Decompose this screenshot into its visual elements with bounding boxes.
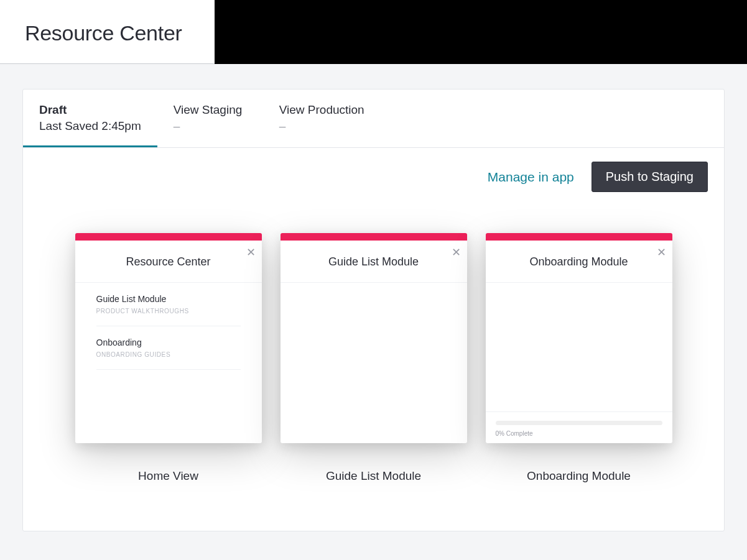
close-icon[interactable]: ✕ <box>246 247 256 258</box>
tab-staging[interactable]: View Staging – <box>157 90 263 147</box>
page-title: Resource Center <box>25 21 182 45</box>
card-column-guide-list: ✕ Guide List Module Guide List Module <box>281 233 467 483</box>
tab-title: Draft <box>39 103 141 117</box>
progress-label: 0% Complete <box>496 430 662 437</box>
manage-in-app-link[interactable]: Manage in app <box>488 170 574 185</box>
card-caption: Guide List Module <box>326 469 421 483</box>
module-item-subtitle: ONBOARDING GUIDES <box>96 351 241 358</box>
card-body <box>486 283 672 411</box>
card-caption: Home View <box>138 469 198 483</box>
card-guide-list[interactable]: ✕ Guide List Module <box>281 233 467 443</box>
progress-bar <box>496 421 662 425</box>
card-onboarding[interactable]: ✕ Onboarding Module 0% Complete <box>486 233 672 443</box>
main-panel: Draft Last Saved 2:45pm View Staging – V… <box>22 89 725 531</box>
module-item-title: Guide List Module <box>96 294 241 304</box>
tab-title: View Production <box>279 103 364 117</box>
module-item[interactable]: Onboarding ONBOARDING GUIDES <box>96 326 241 370</box>
card-column-onboarding: ✕ Onboarding Module 0% Complete Onboardi… <box>486 233 672 483</box>
tab-subtitle: – <box>279 119 364 133</box>
actions-bar: Manage in app Push to Staging <box>23 148 724 198</box>
card-body: Guide List Module PRODUCT WALKTHROUGHS O… <box>75 283 262 443</box>
card-footer: 0% Complete <box>486 411 672 443</box>
header-black-region <box>215 0 747 64</box>
card-title: Onboarding Module <box>486 241 672 283</box>
card-title: Guide List Module <box>281 241 467 283</box>
tab-title: View Staging <box>174 103 247 117</box>
tab-subtitle: Last Saved 2:45pm <box>39 119 141 133</box>
push-to-staging-button[interactable]: Push to Staging <box>592 162 708 192</box>
module-item-subtitle: PRODUCT WALKTHROUGHS <box>96 308 241 314</box>
card-caption: Onboarding Module <box>527 469 631 483</box>
tab-subtitle: – <box>174 119 247 133</box>
cards-row: ✕ Resource Center Guide List Module PROD… <box>23 198 724 502</box>
card-home-view[interactable]: ✕ Resource Center Guide List Module PROD… <box>75 233 262 443</box>
module-item[interactable]: Guide List Module PRODUCT WALKTHROUGHS <box>96 283 241 326</box>
close-icon[interactable]: ✕ <box>657 247 666 258</box>
card-body <box>281 283 467 443</box>
close-icon[interactable]: ✕ <box>452 247 461 258</box>
page-body: Draft Last Saved 2:45pm View Staging – V… <box>0 64 747 560</box>
card-column-home: ✕ Resource Center Guide List Module PROD… <box>75 233 262 483</box>
tab-draft[interactable]: Draft Last Saved 2:45pm <box>23 90 157 147</box>
module-item-title: Onboarding <box>96 337 241 347</box>
card-title: Resource Center <box>75 241 262 283</box>
status-tabs: Draft Last Saved 2:45pm View Staging – V… <box>23 90 724 148</box>
app-header: Resource Center <box>0 0 747 64</box>
tab-production[interactable]: View Production – <box>263 90 381 147</box>
